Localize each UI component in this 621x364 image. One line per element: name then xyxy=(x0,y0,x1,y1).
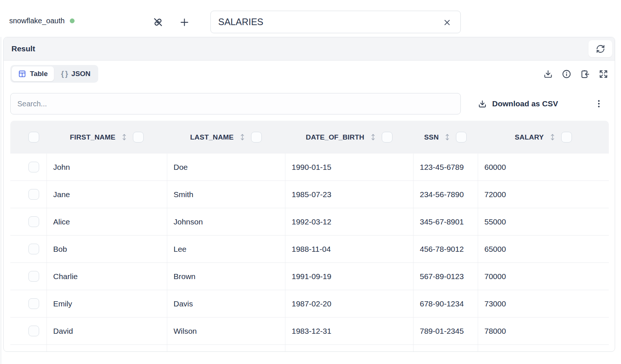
table-cell: Emily xyxy=(47,290,167,317)
expand-icon xyxy=(598,69,608,79)
row-checkbox[interactable] xyxy=(28,298,39,309)
sort-icon[interactable] xyxy=(369,133,377,141)
sort-icon[interactable] xyxy=(239,133,246,141)
table-cell: 1983-12-31 xyxy=(285,317,413,344)
download-button[interactable] xyxy=(543,69,553,79)
row-checkbox[interactable] xyxy=(28,216,39,227)
table-cell: 456-78-9012 xyxy=(413,236,478,262)
table-cell: 72000 xyxy=(478,181,609,208)
table-cell: 1990-01-15 xyxy=(285,154,413,181)
refresh-button[interactable] xyxy=(589,40,612,57)
expand-button[interactable] xyxy=(598,69,608,79)
toolbar-row: Table { } JSON xyxy=(10,65,608,83)
table-cell: John xyxy=(47,154,167,181)
table-cell: 1988-11-04 xyxy=(285,236,413,262)
table-cell: 73000 xyxy=(478,290,609,317)
row-checkbox[interactable] xyxy=(28,162,39,172)
column-header-first-name: FIRST_NAME xyxy=(47,121,167,154)
add-button[interactable] xyxy=(176,14,192,30)
kebab-icon xyxy=(594,99,604,109)
plus-icon xyxy=(179,17,190,28)
unlink-button[interactable] xyxy=(150,14,166,30)
row-checkbox[interactable] xyxy=(28,271,39,282)
table-cell: 1991-09-19 xyxy=(285,263,413,290)
column-label: LAST_NAME xyxy=(190,133,234,141)
table-icon xyxy=(18,70,26,78)
table-cell: Wilson xyxy=(167,317,285,344)
table-cell: 678-90-1234 xyxy=(413,290,478,317)
table-row: Jane Smith 1985-07-23 234-56-7890 72000 xyxy=(10,181,609,208)
column-checkbox[interactable] xyxy=(561,132,572,142)
table-cell: 70000 xyxy=(478,263,609,290)
table-row: Charlie Brown 1991-09-19 567-89-0123 700… xyxy=(10,263,609,290)
table-cell: David xyxy=(47,317,167,344)
clipboard-paste-icon xyxy=(580,69,590,79)
tab-json[interactable]: { } JSON xyxy=(55,66,97,81)
column-checkbox[interactable] xyxy=(456,132,467,142)
clear-table-button[interactable] xyxy=(442,17,453,28)
column-label: SSN xyxy=(424,133,439,141)
tab-table-label: Table xyxy=(30,70,48,78)
row-checkbox[interactable] xyxy=(28,244,39,254)
table-cell: 55000 xyxy=(478,208,609,235)
column-label: DATE_OF_BIRTH xyxy=(306,133,364,141)
table-header: FIRST_NAME LAST_NAME DATE_OF_BIRTH SSN xyxy=(10,121,609,154)
connection-label: snowflake_oauth xyxy=(9,17,65,25)
info-icon xyxy=(562,69,572,79)
table-cell: 234-56-7890 xyxy=(413,181,478,208)
table-cell: Johnson xyxy=(167,208,285,235)
result-panel: Result Table xyxy=(3,37,615,352)
download-icon xyxy=(478,99,487,109)
table-row: Bob Lee 1988-11-04 456-78-9012 65000 xyxy=(10,236,609,263)
table-cell: 789-01-2345 xyxy=(413,317,478,344)
connection-button[interactable]: snowflake_oauth xyxy=(9,17,75,25)
result-panel-body: Table { } JSON xyxy=(4,61,615,351)
table-row-partial xyxy=(10,345,609,351)
more-options-button[interactable] xyxy=(594,99,604,109)
topbar: snowflake_oauth xyxy=(0,0,621,37)
table-row: David Wilson 1983-12-31 789-01-2345 7800… xyxy=(10,317,609,345)
column-checkbox[interactable] xyxy=(382,132,392,142)
download-csv-label: Download as CSV xyxy=(492,99,558,108)
sort-icon[interactable] xyxy=(549,133,556,141)
download-csv-button[interactable]: Download as CSV xyxy=(478,99,558,109)
table-cell: Charlie xyxy=(47,263,167,290)
table-cell: 345-67-8901 xyxy=(413,208,478,235)
column-checkbox[interactable] xyxy=(133,132,144,142)
table-row: Emily Davis 1987-02-20 678-90-1234 73000 xyxy=(10,290,609,317)
view-tabs: Table { } JSON xyxy=(10,65,98,83)
row-checkbox[interactable] xyxy=(28,189,39,200)
braces-icon: { } xyxy=(61,70,68,78)
tab-json-label: JSON xyxy=(71,70,90,78)
tab-table[interactable]: Table xyxy=(12,66,54,81)
result-toolbar-icons xyxy=(543,69,608,79)
table-cell: Bob xyxy=(47,236,167,262)
sort-icon[interactable] xyxy=(120,133,128,141)
clipboard-paste-button[interactable] xyxy=(580,69,590,79)
table-cell: Alice xyxy=(47,208,167,235)
x-icon xyxy=(443,18,452,27)
table-name-input[interactable] xyxy=(210,11,461,33)
connection-status-dot xyxy=(70,18,75,23)
sort-icon[interactable] xyxy=(443,133,451,141)
pane-left-border xyxy=(1,0,1,364)
info-button[interactable] xyxy=(562,69,572,79)
row-checkbox[interactable] xyxy=(28,326,39,336)
column-header-salary: SALARY xyxy=(478,121,609,154)
search-input[interactable] xyxy=(10,93,461,114)
table-cell: 1987-02-20 xyxy=(285,290,413,317)
column-header-last-name: LAST_NAME xyxy=(167,121,285,154)
select-all-checkbox[interactable] xyxy=(28,132,39,142)
result-table: FIRST_NAME LAST_NAME DATE_OF_BIRTH SSN xyxy=(10,121,609,351)
table-cell: Smith xyxy=(167,181,285,208)
table-cell: Doe xyxy=(167,154,285,181)
table-cell: Jane xyxy=(47,181,167,208)
table-cell: 567-89-0123 xyxy=(413,263,478,290)
table-cell: 1992-03-12 xyxy=(285,208,413,235)
column-header-ssn: SSN xyxy=(413,121,478,154)
select-all-cell xyxy=(10,121,47,154)
table-cell: 65000 xyxy=(478,236,609,262)
column-checkbox[interactable] xyxy=(251,132,262,142)
table-row: Alice Johnson 1992-03-12 345-67-8901 550… xyxy=(10,208,609,236)
link-off-icon xyxy=(152,17,164,28)
